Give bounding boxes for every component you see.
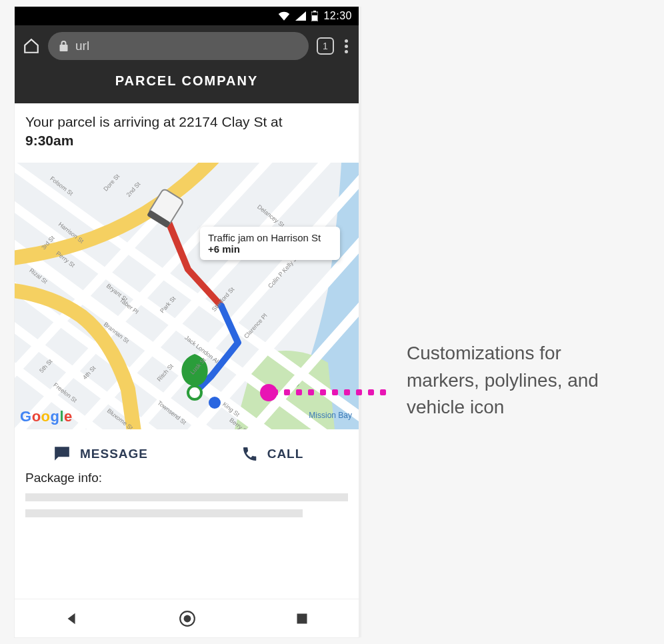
- tab-count: 1: [323, 41, 328, 51]
- contact-actions: MESSAGE CALL: [15, 429, 359, 471]
- placeholder-line: [25, 493, 348, 501]
- svg-rect-24: [297, 613, 307, 623]
- traffic-alert-text: Traffic jam on Harrison St: [208, 232, 332, 243]
- arrival-line: Your parcel is arriving at 22174 Clay St…: [25, 114, 283, 129]
- package-info-section: Package info:: [15, 471, 359, 525]
- wifi-icon: [278, 11, 290, 21]
- url-text: url: [75, 39, 89, 53]
- site-title: PARCEL COMPANY: [115, 73, 259, 88]
- placeholder-line: [25, 509, 303, 517]
- svg-point-20: [209, 397, 221, 409]
- message-button[interactable]: MESSAGE: [15, 445, 187, 463]
- traffic-alert-callout[interactable]: Traffic jam on Harrison St +6 min: [200, 227, 340, 260]
- cell-signal-icon: [295, 11, 306, 21]
- map-area-label: Mission Bay: [309, 411, 352, 420]
- call-button[interactable]: CALL: [187, 445, 359, 463]
- google-logo: Google: [20, 408, 73, 425]
- tab-switcher[interactable]: 1: [317, 37, 334, 55]
- annotation-text: Customizations for markers, polylines, a…: [407, 340, 633, 421]
- svg-rect-3: [60, 45, 68, 51]
- phone-frame: 12:30 url 1 PARCEL COMPANY Your parcel i…: [15, 7, 359, 637]
- recents-icon[interactable]: [295, 612, 309, 625]
- svg-point-21: [188, 386, 201, 399]
- site-header: PARCEL COMPANY: [15, 61, 359, 103]
- package-info-heading: Package info:: [25, 471, 348, 485]
- lock-icon: [59, 40, 69, 52]
- home-icon[interactable]: [23, 37, 40, 55]
- overflow-menu-icon[interactable]: [342, 37, 351, 56]
- svg-rect-2: [312, 15, 317, 21]
- svg-point-23: [184, 615, 191, 622]
- message-icon: [53, 445, 71, 463]
- back-icon[interactable]: [65, 611, 79, 626]
- message-label: MESSAGE: [80, 447, 148, 461]
- arrival-notice: Your parcel is arriving at 22174 Clay St…: [15, 103, 359, 163]
- android-navbar: [15, 599, 359, 637]
- browser-toolbar: url 1: [15, 25, 359, 61]
- annotation-leader-line: [272, 389, 399, 395]
- url-bar[interactable]: url: [48, 32, 309, 60]
- call-label: CALL: [267, 447, 304, 461]
- android-statusbar: 12:30: [15, 7, 359, 25]
- home-nav-icon[interactable]: [179, 610, 196, 627]
- statusbar-time: 12:30: [323, 10, 352, 22]
- battery-icon: [311, 11, 318, 21]
- arrival-time: 9:30am: [25, 133, 73, 148]
- traffic-delay: +6 min: [208, 243, 332, 255]
- phone-icon: [242, 446, 258, 462]
